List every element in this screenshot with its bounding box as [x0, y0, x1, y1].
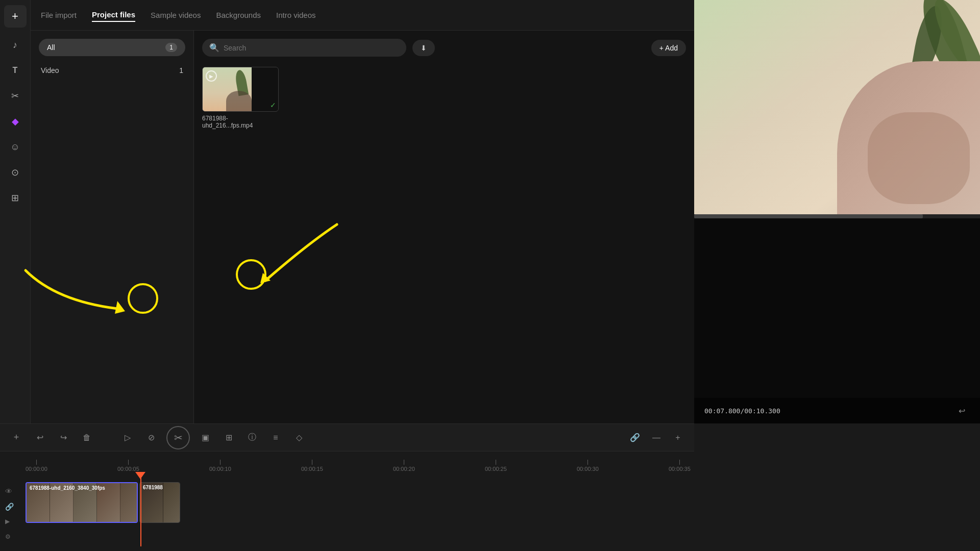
mask-icon: ⊘: [148, 433, 155, 442]
timeline-ruler: 00:00:00 00:00:05 00:00:10 00:00:15 00:0…: [0, 452, 694, 472]
tab-sample-videos[interactable]: Sample videos: [151, 9, 201, 21]
time-current: 00:07.800: [704, 407, 740, 415]
add-media-button[interactable]: + Add: [651, 40, 686, 56]
music-icon: ♪: [13, 40, 17, 51]
playhead-arrow: [135, 472, 145, 479]
settings-button[interactable]: ≡: [267, 430, 284, 446]
sidebar: + ♪ T ✂ ◆ ☺ ⊙ ⊞: [0, 0, 31, 423]
keyframe-icon: ◇: [296, 433, 302, 442]
expand-icon: ⊞: [226, 433, 232, 442]
redo-icon: ↪: [60, 433, 67, 442]
add-track-icon: +: [14, 432, 19, 443]
delete-button[interactable]: 🗑: [79, 430, 95, 446]
transform-button[interactable]: ▷: [119, 430, 136, 446]
text-icon: T: [13, 66, 18, 75]
trim-button[interactable]: ⊙: [4, 161, 27, 184]
ruler-tick-7: 00:00:35: [669, 459, 691, 472]
zoom-in-icon: +: [675, 433, 680, 442]
effects-icon: ✂: [11, 90, 19, 102]
ruler-tick-2: 00:00:10: [209, 459, 231, 472]
track-settings-icon[interactable]: ⚙: [5, 533, 11, 540]
filter-video-row[interactable]: Video 1: [39, 62, 185, 79]
preview-controls: 00:07.800/00:10.300 ↩: [694, 398, 980, 423]
search-icon: 🔍: [209, 43, 219, 53]
undo-icon: ↩: [37, 433, 43, 442]
plus-icon: +: [12, 10, 18, 23]
clip-label-selected: 6781988-uhd_2160_3840_30fps: [30, 485, 105, 491]
sticker-icon: ◆: [12, 116, 19, 127]
emoji-icon: ☺: [10, 142, 19, 153]
filter-all-button[interactable]: All 1: [39, 39, 185, 56]
ruler-tick-5: 00:00:25: [485, 459, 507, 472]
sort-button[interactable]: ⬇: [412, 40, 435, 56]
filter-video-count: 1: [179, 66, 183, 74]
zoom-out-icon: —: [652, 433, 660, 442]
emoji-button[interactable]: ☺: [4, 136, 27, 158]
time-display: 00:07.800/00:10.300: [704, 407, 780, 415]
scissors-button[interactable]: ✂: [166, 426, 190, 449]
time-total: 00:10.300: [744, 407, 780, 415]
templates-icon: ⊞: [11, 192, 19, 204]
transform-icon: ▷: [125, 433, 131, 442]
music-button[interactable]: ♪: [4, 34, 27, 56]
link-icon: 🔗: [630, 433, 640, 442]
preview-image: [694, 0, 980, 214]
filter-all-label: All: [47, 43, 55, 52]
thumbnail: ✓ ▶: [202, 67, 279, 112]
search-input[interactable]: [224, 44, 399, 52]
thumb-right: ✓: [252, 67, 278, 111]
add-button[interactable]: +: [4, 5, 27, 28]
keyframe-button[interactable]: ◇: [291, 430, 307, 446]
undo-button[interactable]: ↩: [32, 430, 48, 446]
media-area: 🔍 ⬇ + Add ✓ ▶ 6781988-uhd_216...fps.mp4: [194, 31, 694, 423]
search-box[interactable]: 🔍: [202, 39, 406, 57]
effects-button[interactable]: ✂: [4, 85, 27, 107]
zoom-in-button[interactable]: +: [670, 430, 686, 446]
ruler-tick-0: 00:00:00: [26, 459, 47, 472]
ruler-tick-6: 00:00:30: [577, 459, 599, 472]
track-visibility-icon[interactable]: 👁: [5, 487, 12, 495]
filter-panel: All 1 Video 1: [31, 31, 194, 423]
clip-label-second: 6781988: [143, 485, 163, 490]
text-button[interactable]: T: [4, 59, 27, 82]
track-audio-icon[interactable]: 🔗: [5, 503, 14, 511]
ruler-tick-3: 00:00:15: [301, 459, 323, 472]
link-button[interactable]: 🔗: [627, 430, 643, 446]
play-icon: ▶: [206, 70, 217, 82]
expand-button[interactable]: ⊞: [220, 430, 237, 446]
info-button[interactable]: ⓘ: [244, 430, 260, 446]
trim-icon: ⊙: [11, 167, 19, 178]
templates-button[interactable]: ⊞: [4, 187, 27, 209]
settings-icon: ≡: [273, 433, 278, 442]
crop-button[interactable]: ▣: [197, 430, 213, 446]
timeline-area: + ↩ ↪ 🗑 ▷ ⊘ ✂ ▣ ⊞ ⓘ ≡: [0, 423, 694, 551]
undo-preview-button[interactable]: ↩: [953, 403, 970, 419]
tab-backgrounds[interactable]: Backgrounds: [216, 9, 261, 21]
ruler-tick-4: 00:00:20: [393, 459, 415, 472]
sort-icon: ⬇: [421, 44, 427, 52]
tab-file-import[interactable]: File import: [41, 9, 77, 21]
preview-panel: 00:07.800/00:10.300 ↩: [694, 0, 980, 423]
tab-project-files[interactable]: Project files: [92, 8, 135, 22]
mask-button[interactable]: ⊘: [143, 430, 159, 446]
filter-all-count: 1: [165, 43, 177, 52]
track-video-icon[interactable]: ▶: [5, 518, 10, 525]
redo-button[interactable]: ↪: [55, 430, 71, 446]
filter-video-label: Video: [41, 66, 59, 74]
timeline-toolbar: + ↩ ↪ 🗑 ▷ ⊘ ✂ ▣ ⊞ ⓘ ≡: [0, 424, 694, 452]
video-clip-selected[interactable]: 6781988-uhd_2160_3840_30fps: [26, 482, 138, 523]
ruler-tick-1: 00:00:05: [117, 459, 139, 472]
sticker-button[interactable]: ◆: [4, 110, 27, 133]
zoom-out-button[interactable]: —: [648, 430, 665, 446]
add-media-label: + Add: [659, 44, 678, 52]
media-item[interactable]: ✓ ▶ 6781988-uhd_216...fps.mp4: [202, 67, 279, 129]
delete-icon: 🗑: [83, 433, 91, 442]
info-icon: ⓘ: [248, 432, 256, 443]
video-clip-second[interactable]: 6781988: [139, 482, 180, 523]
check-icon: ✓: [270, 101, 276, 109]
timeline-tracks: 👁 🔗 ▶ ⚙ 6781988-uhd_2160_3840_30fps 6781…: [0, 472, 694, 551]
add-track-button[interactable]: +: [8, 430, 24, 446]
scissors-icon: ✂: [174, 432, 183, 444]
tab-intro-videos[interactable]: Intro videos: [276, 9, 316, 21]
media-toolbar: 🔍 ⬇ + Add: [202, 39, 686, 57]
